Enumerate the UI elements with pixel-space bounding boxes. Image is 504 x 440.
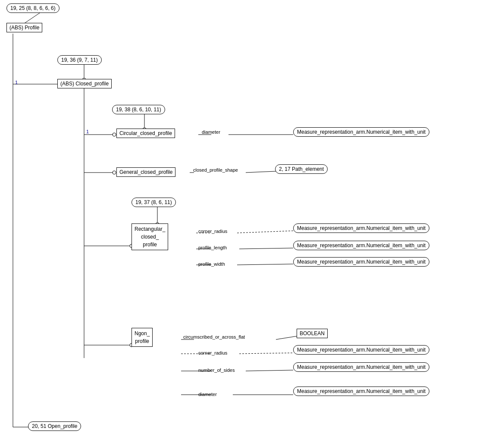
svg-line-26 <box>276 336 297 339</box>
ngon-profile-node: Ngon_ profile <box>131 328 153 347</box>
measure5-node: Measure_representation_arm.Numerical_ite… <box>293 345 429 355</box>
measure7-node: Measure_representation_arm.Numerical_ite… <box>293 387 429 396</box>
rect-closed-profile-node: Rectangular_ closed_ profile <box>131 223 168 250</box>
diameter-label-1: diameter <box>202 129 220 135</box>
profile-width-label: profile_width <box>198 261 225 267</box>
corner-radius-label-1: corner_radius <box>198 229 227 234</box>
number-of-sides-label: number_of_sides <box>198 368 235 373</box>
measure6-node: Measure_representation_arm.Numerical_ite… <box>293 362 429 372</box>
path-element-node: 2, 17 Path_element <box>275 164 328 174</box>
svg-line-0 <box>24 12 41 24</box>
svg-point-34 <box>113 133 116 136</box>
svg-line-19 <box>237 231 293 233</box>
general-closed-profile-node: General_closed_profile <box>116 167 175 177</box>
closed-profile-badge: 19, 36 (9, 7, 11) <box>57 55 102 65</box>
svg-line-21 <box>239 248 293 249</box>
measure1-node: Measure_representation_arm.Numerical_ite… <box>293 127 429 137</box>
profile-length-label: profile_length <box>198 245 227 250</box>
rect-badge: 19, 37 (8, 6, 11) <box>131 198 176 207</box>
circumscribed-label: circumscribed_or_across_flat <box>183 334 245 339</box>
closed-profile-shape-label: closed_profile_shape <box>193 167 238 173</box>
measure2-node: Measure_representation_arm.Numerical_ite… <box>293 223 429 233</box>
root-badge: 19, 25 (8, 8, 6, 6, 6) <box>6 3 59 13</box>
connector-lines <box>0 0 504 440</box>
open-profile-node: 20, 51 Open_profile <box>28 421 81 431</box>
boolean-node: BOOLEAN <box>297 329 328 338</box>
corner-radius-label-2: corner_radius <box>198 350 227 355</box>
number-label-2: 1 <box>86 129 89 134</box>
number-label-1: 1 <box>15 80 18 85</box>
measure4-node: Measure_representation_arm.Numerical_ite… <box>293 257 429 267</box>
diagram: 19, 25 (8, 8, 6, 6, 6) (ABS) Profile 1 1… <box>0 0 504 440</box>
measure3-node: Measure_representation_arm.Numerical_ite… <box>293 241 429 250</box>
svg-point-35 <box>113 171 116 174</box>
svg-line-14 <box>246 171 276 173</box>
svg-line-28 <box>239 353 293 354</box>
profile-node: (ABS) Profile <box>6 23 42 32</box>
circular-closed-profile-node: Circular_closed_profile <box>116 129 175 138</box>
svg-line-23 <box>237 264 293 265</box>
closed-profile-node: (ABS) Closed_profile <box>57 79 112 88</box>
circular-badge: 19, 38 (8, 6, 10, 11) <box>112 105 165 114</box>
svg-line-30 <box>246 370 293 371</box>
diameter-label-2: diameter <box>198 392 217 397</box>
